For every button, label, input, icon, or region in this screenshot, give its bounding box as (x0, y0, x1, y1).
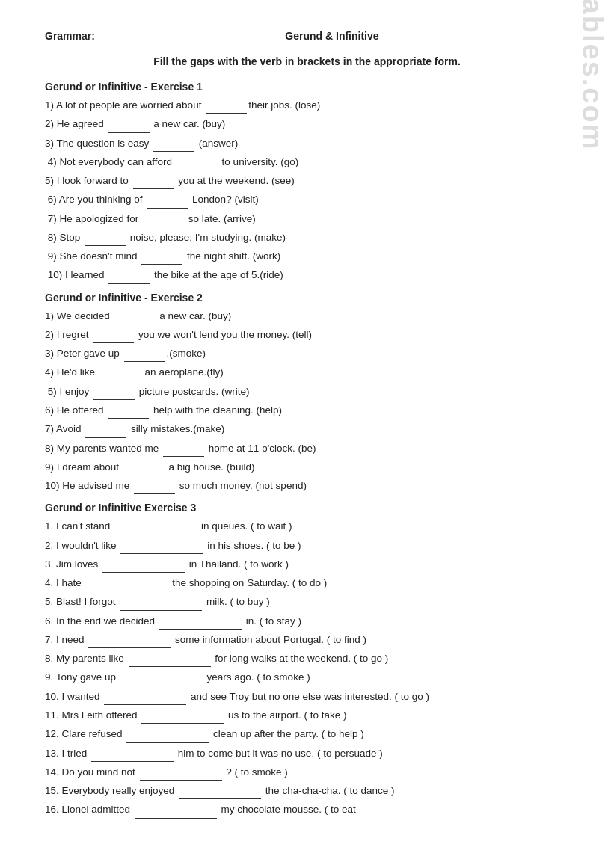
blank (108, 408, 149, 419)
list-item: 6) Are you thinking of London? (visit) (45, 191, 569, 208)
list-item: 14. Do you mind not ? ( to smoke ) (45, 764, 569, 781)
blank (134, 484, 175, 494)
list-item: 7) Avoid silly mistakes.(make) (45, 421, 569, 437)
list-item: 8) My parents wanted me home at 11 o'clo… (45, 440, 569, 457)
blank (91, 751, 174, 762)
blank (159, 619, 242, 630)
blank (143, 217, 184, 227)
blank (179, 789, 261, 799)
list-item: 9) She doesn't mind the night shift. (wo… (45, 248, 569, 265)
blank (141, 254, 182, 265)
exercise1-items: 1) A lot of people are worried about the… (45, 97, 569, 284)
blank (129, 656, 211, 667)
page-title: Gerund & Infinitive (95, 30, 569, 42)
blank (88, 638, 171, 648)
blank (99, 371, 141, 381)
blank (140, 770, 222, 781)
list-item: 2. I wouldn't like in his shoes. ( to be… (45, 538, 569, 554)
exercise2-title: Gerund or Infinitive - Exercise 2 (45, 292, 569, 304)
list-item: 4) Not everybody can afford to universit… (45, 154, 569, 170)
list-item: 5) I enjoy picture postcards. (write) (45, 384, 569, 400)
list-item: 10. I wanted and see Troy but no one els… (45, 689, 569, 705)
grammar-label: Grammar: (45, 30, 95, 42)
list-item: 12. Clare refused clean up after the par… (45, 726, 569, 742)
blank (108, 123, 150, 133)
list-item: 5. Blast! I forgot milk. ( to buy ) (45, 594, 569, 610)
list-item: 3. Jim loves in Thailand. ( to work ) (45, 556, 569, 573)
blank (124, 351, 165, 362)
blank (147, 198, 188, 209)
list-item: 6. In the end we decided in. ( to stay ) (45, 613, 569, 630)
blank (206, 103, 247, 114)
header: Grammar: Gerund & Infinitive (45, 30, 569, 42)
list-item: 7. I need some information about Portuga… (45, 632, 569, 648)
list-item: 13. I tried him to come but it was no us… (45, 745, 569, 762)
blank (85, 236, 126, 246)
list-item: 10) He advised me so much money. (not sp… (45, 478, 569, 494)
blank (102, 562, 185, 573)
blank (153, 141, 194, 152)
list-item: 4. I hate the shopping on Saturday. ( to… (45, 575, 569, 591)
blank (163, 446, 204, 457)
blank (120, 600, 202, 611)
list-item: 9) I dream about a big house. (build) (45, 459, 569, 475)
blank (120, 676, 203, 686)
blank (108, 274, 150, 284)
list-item: 15. Everybody really enjoyed the cha-cha… (45, 783, 569, 799)
list-item: 10) I learned the bike at the age of 5.(… (45, 267, 569, 283)
list-item: 11. Mrs Leith offered us to the airport.… (45, 707, 569, 724)
list-item: 1. I can't stand in queues. ( to wait ) (45, 518, 569, 535)
blank (93, 390, 135, 400)
blank (126, 733, 209, 743)
list-item: 9. Tony gave up years ago. ( to smoke ) (45, 669, 569, 686)
list-item: 3) Peter gave up .(smoke) (45, 345, 569, 362)
watermark: eslprintables.com (576, 0, 608, 151)
list-item: 1) A lot of people are worried about the… (45, 97, 569, 114)
list-item: 6) He offered help with the cleaning. (h… (45, 402, 569, 419)
blank (93, 333, 134, 343)
blank (133, 179, 174, 189)
exercise1-title: Gerund or Infinitive - Exercise 1 (45, 81, 569, 93)
instruction-text: Fill the gaps with the verb in brackets … (45, 55, 569, 67)
list-item: 1) We decided a new car. (buy) (45, 308, 569, 324)
blank (141, 713, 224, 724)
list-item: 8. My parents like for long walks at the… (45, 650, 569, 667)
blank (114, 314, 156, 324)
list-item: 5) I look forward to you at the weekend.… (45, 173, 569, 189)
list-item: 2) He agreed a new car. (buy) (45, 116, 569, 132)
blank (123, 465, 165, 475)
blank (85, 428, 126, 438)
list-item: 4) He'd like an aeroplane.(fly) (45, 364, 569, 381)
list-item: 7) He apologized for so late. (arrive) (45, 211, 569, 227)
blank (176, 160, 218, 170)
blank (86, 581, 168, 591)
exercise3-title: Gerund or Infinitive Exercise 3 (45, 502, 569, 514)
list-item: 2) I regret you we won't lend you the mo… (45, 327, 569, 343)
exercise3-items: 1. I can't stand in queues. ( to wait ) … (45, 518, 569, 818)
list-item: 16. Lionel admitted my chocolate mousse.… (45, 801, 569, 818)
blank (120, 544, 203, 554)
list-item: 8) Stop noise, please; I'm studying. (ma… (45, 230, 569, 246)
blank (114, 525, 197, 535)
list-item: 3) The question is easy (answer) (45, 135, 569, 152)
exercise2-items: 1) We decided a new car. (buy) 2) I regr… (45, 308, 569, 495)
blank (104, 695, 186, 705)
blank (135, 808, 217, 819)
